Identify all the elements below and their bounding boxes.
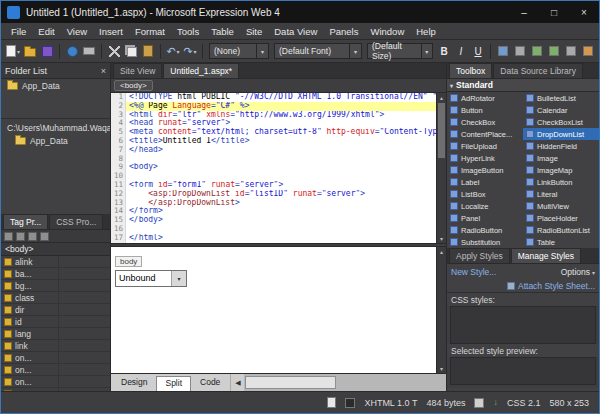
code-line[interactable]: 9 <body> (111, 163, 446, 172)
maximize-button[interactable]: □ (539, 1, 569, 23)
toolbox-item[interactable]: Table (523, 236, 599, 248)
folder-item[interactable]: App_Data (1, 79, 110, 92)
code-text[interactable] (126, 155, 446, 164)
code-line[interactable]: 7 </head> (111, 146, 446, 155)
toolbox-item[interactable]: ImageMap (523, 164, 599, 176)
code-text[interactable] (126, 172, 446, 181)
scroll-up-icon[interactable]: ▴ (437, 247, 446, 256)
code-line[interactable]: 11 <form id="form1" runat="server"> (111, 181, 446, 190)
property-row[interactable]: on... (1, 376, 110, 388)
toolbox-item[interactable]: MultiView (523, 200, 599, 212)
borders-button[interactable] (563, 42, 579, 60)
property-value[interactable] (59, 316, 110, 327)
property-row[interactable]: link (1, 340, 110, 352)
scrollbar-thumb[interactable] (245, 376, 336, 389)
set-properties-icon[interactable] (28, 232, 37, 241)
code-text[interactable]: </asp:DropDownList> (126, 199, 446, 208)
font-dropdown[interactable]: (Default Font)▾ (274, 43, 362, 59)
toolbox-item[interactable]: CheckBox (447, 116, 523, 128)
design-vertical-scrollbar[interactable]: ▴ ▾ (436, 247, 446, 373)
code-text[interactable]: <title>Untitled 1</title> (126, 137, 446, 146)
property-value[interactable] (59, 268, 110, 279)
open-button[interactable] (22, 42, 38, 60)
toolbox-item[interactable]: AdRotator (447, 92, 523, 104)
property-value[interactable] (59, 328, 110, 339)
visual-aids-icon[interactable] (327, 397, 336, 408)
code-text[interactable]: <!DOCTYPE html PUBLIC "-//W3C//DTD XHTML… (126, 93, 446, 102)
print-button[interactable] (81, 42, 97, 60)
minimize-button[interactable]: – (509, 1, 539, 23)
property-row[interactable]: id (1, 316, 110, 328)
close-button[interactable]: × (569, 1, 599, 23)
new-style-link[interactable]: New Style... (451, 267, 496, 277)
redo-button[interactable]: ↷▾ (182, 42, 198, 60)
italic-button[interactable]: I (453, 42, 469, 60)
code-text[interactable]: <asp:DropDownList id="listID" runat="ser… (126, 190, 446, 199)
toolbox-item[interactable]: DropDownList (523, 128, 599, 140)
scroll-down-icon[interactable]: ▾ (437, 364, 446, 373)
toolbox-item[interactable]: Button (447, 104, 523, 116)
toolbox-item[interactable]: Localize (447, 200, 523, 212)
toolbox-item[interactable]: Calendar (523, 104, 599, 116)
code-text[interactable]: <form id="form1" runat="server"> (126, 181, 446, 190)
property-row[interactable]: on... (1, 352, 110, 364)
code-line[interactable]: 6 <title>Untitled 1</title> (111, 137, 446, 146)
property-value[interactable] (59, 256, 110, 267)
menu-item[interactable]: Window (364, 26, 410, 37)
toolbox-item[interactable]: ImageButton (447, 164, 523, 176)
design-view[interactable]: body Unbound ▾ ▴ ▾ (111, 247, 446, 373)
menu-item[interactable]: Insert (93, 26, 129, 37)
code-text[interactable]: </body> (126, 216, 446, 225)
styles-tab[interactable]: Manage Styles (511, 248, 581, 263)
compatibility-icon[interactable] (345, 398, 355, 408)
cut-button[interactable] (106, 42, 122, 60)
toolbox-item[interactable]: HiddenField (523, 140, 599, 152)
toolbox-item[interactable]: Literal (523, 188, 599, 200)
undo-button[interactable]: ↶▾ (165, 42, 181, 60)
bold-button[interactable]: B (436, 42, 452, 60)
view-tab[interactable]: Code (192, 376, 228, 391)
css-styles-list[interactable] (450, 306, 596, 344)
code-text[interactable]: </html> (126, 234, 446, 243)
code-line[interactable]: 1 <!DOCTYPE html PUBLIC "-//W3C//DTD XHT… (111, 93, 446, 102)
code-line[interactable]: 2 <%@ Page Language="C#" %> (111, 102, 446, 111)
bullets-button[interactable] (495, 42, 511, 60)
toolbox-item[interactable]: CheckBoxList (523, 116, 599, 128)
toolbox-item[interactable]: FileUpload (447, 140, 523, 152)
code-line[interactable]: 17 </html> (111, 234, 446, 243)
code-line[interactable]: 12 <asp:DropDownList id="listID" runat="… (111, 190, 446, 199)
toolbox-item[interactable]: ListBox (447, 188, 523, 200)
code-line[interactable]: 14 </form> (111, 207, 446, 216)
quick-tag-chip[interactable]: <body> (114, 80, 153, 91)
new-page-button[interactable]: ▾ (5, 42, 21, 60)
options-button[interactable]: Options ▾ (561, 267, 595, 277)
site-root-item[interactable]: C:\Users\Muhammad.Waqas\Do... (1, 121, 110, 134)
alphabetical-icon[interactable] (16, 232, 25, 241)
menu-item[interactable]: View (61, 26, 93, 37)
menu-item[interactable]: Tools (171, 26, 205, 37)
toolbox-tab[interactable]: Data Source Library (493, 63, 583, 78)
code-vertical-scrollbar[interactable]: ▴ ▾ (436, 93, 446, 243)
toolbox-item[interactable]: RadioButton (447, 224, 523, 236)
copy-button[interactable] (123, 42, 139, 60)
scrollbar-thumb[interactable] (438, 103, 445, 158)
document-tab[interactable]: Untitled_1.aspx* (163, 63, 239, 78)
property-value[interactable] (59, 292, 110, 303)
underline-button[interactable]: U (470, 42, 486, 60)
categorized-icon[interactable] (4, 232, 13, 241)
code-text[interactable]: <html dir="ltr" xmlns="http://www.w3.org… (126, 111, 446, 120)
toolbox-item[interactable]: BulletedList (523, 92, 599, 104)
scroll-down-icon[interactable]: ▾ (437, 234, 446, 243)
toolbox-item[interactable]: ContentPlace... (447, 128, 523, 140)
styles-tab[interactable]: Apply Styles (449, 248, 510, 263)
highlight-button[interactable] (580, 42, 596, 60)
code-line[interactable]: 3 <html dir="ltr" xmlns="http://www.w3.o… (111, 111, 446, 120)
property-value[interactable] (59, 340, 110, 351)
code-line[interactable]: 4 <head runat="server"> (111, 119, 446, 128)
design-tag-chip[interactable]: body (115, 256, 142, 267)
code-line[interactable]: 13 </asp:DropDownList> (111, 199, 446, 208)
code-text[interactable]: </form> (126, 207, 446, 216)
code-line[interactable]: 16 (111, 225, 446, 234)
style-application-icon[interactable] (474, 398, 484, 408)
document-tab[interactable]: Site View (113, 63, 162, 78)
